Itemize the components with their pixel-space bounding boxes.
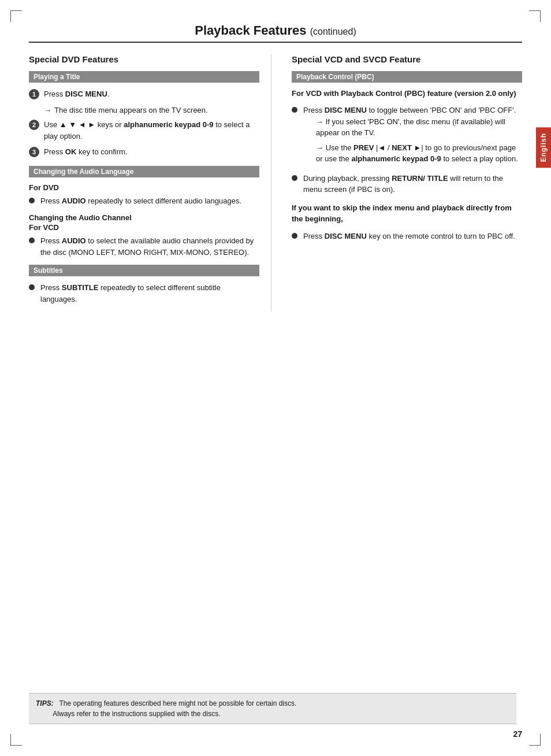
right-column: Special VCD and SVCD Feature Playback Co… [289, 54, 522, 312]
disc-menu-off-list: Press DISC MENU key on the remote contro… [292, 231, 522, 242]
title-text: Playback Features [195, 23, 306, 38]
subtitle-bullet: Press SUBTITLE repeatedly to select diff… [29, 282, 259, 305]
bullet-dot-r2 [292, 175, 297, 181]
step-3-text: Press OK key to confirm. [44, 146, 127, 158]
audio-lang-bar: Changing the Audio Language [29, 166, 259, 177]
right-section-heading: Special VCD and SVCD Feature [292, 54, 522, 64]
change-audio-block: Changing the Audio Channel For VCD [29, 213, 259, 232]
english-tab: English [536, 127, 551, 168]
pbc-bar: Playback Control (PBC) [292, 71, 522, 83]
page-title: Playback Features (continued) [29, 23, 522, 43]
left-column: Special DVD Features Playing a Title 1 P… [29, 54, 271, 312]
pbc-bullet-1-content: Press DISC MENU to toggle between 'PBC O… [303, 105, 522, 168]
pbc-return-text: During playback, pressing RETURN/ TITLE … [303, 173, 522, 195]
skip-heading: If you want to skip the index menu and p… [292, 202, 522, 225]
step-1-text: Press DISC MENU. [44, 88, 109, 100]
pbc-toggle-text: Press DISC MENU to toggle between 'PBC O… [303, 106, 516, 114]
vcd-audio-list: Press AUDIO to select the available audi… [29, 235, 259, 258]
bullet-dot-3 [29, 284, 35, 290]
step-1-number: 1 [29, 89, 39, 99]
pbc-bullet-2: During playback, pressing RETURN/ TITLE … [292, 173, 522, 195]
for-vcd-label: For VCD [29, 223, 259, 232]
corner-mark-br [529, 734, 541, 746]
subtitle-text: Press SUBTITLE repeatedly to select diff… [40, 282, 259, 305]
vcd-pbc-heading: For VCD with Playback Control (PBC) feat… [292, 88, 522, 99]
pbc-arrow-2: Use the PREV |◄ / NEXT ►| to go to previ… [316, 142, 522, 165]
left-section-heading: Special DVD Features [29, 54, 259, 64]
change-audio-heading: Changing the Audio Channel [29, 213, 259, 222]
page-number: 27 [513, 729, 522, 739]
tips-label: TIPS: [36, 699, 57, 707]
subtitles-bar: Subtitles [29, 265, 259, 276]
step-2-number: 2 [29, 120, 39, 130]
step-2-text: Use ▲ ▼ ◄ ► keys or alphanumeric keypad … [44, 119, 259, 142]
pbc-bullet-list: Press DISC MENU to toggle between 'PBC O… [292, 105, 522, 195]
bullet-dot-1 [29, 198, 35, 203]
step-1: 1 Press DISC MENU. [29, 88, 259, 100]
bullet-dot-r1 [292, 107, 297, 113]
page-content: Playback Features (continued) Special DV… [29, 23, 522, 312]
pbc-bullet-3: Press DISC MENU key on the remote contro… [292, 231, 522, 242]
corner-mark-bl [10, 734, 22, 746]
title-continued: (continued) [310, 27, 356, 36]
vcd-audio-bullet: Press AUDIO to select the available audi… [29, 235, 259, 258]
dvd-audio-bullet: Press AUDIO repeatedly to select differe… [29, 195, 259, 207]
pbc-bullet-1: Press DISC MENU to toggle between 'PBC O… [292, 105, 522, 168]
tips-text: The operating features described here mi… [36, 699, 296, 718]
corner-mark-tl [10, 10, 22, 22]
dvd-audio-text: Press AUDIO repeatedly to select differe… [40, 195, 241, 207]
step-1-arrow: The disc title menu appears on the TV sc… [44, 105, 259, 116]
bullet-dot-r3 [292, 233, 297, 239]
step-2: 2 Use ▲ ▼ ◄ ► keys or alphanumeric keypa… [29, 119, 259, 142]
bullet-dot-2 [29, 238, 35, 243]
pbc-off-text: Press DISC MENU key on the remote contro… [303, 231, 515, 242]
pbc-arrow-1: If you select 'PBC ON', the disc menu (i… [316, 116, 522, 139]
step-3: 3 Press OK key to confirm. [29, 146, 259, 158]
playing-title-list: 1 Press DISC MENU. The disc title menu a… [29, 88, 259, 158]
playing-title-bar: Playing a Title [29, 71, 259, 83]
step-3-number: 3 [29, 147, 39, 157]
vcd-audio-text: Press AUDIO to select the available audi… [40, 235, 259, 258]
tips-footer: TIPS: The operating features described h… [29, 693, 516, 724]
for-dvd-label: For DVD [29, 183, 259, 192]
corner-mark-tr [529, 10, 541, 22]
subtitle-list: Press SUBTITLE repeatedly to select diff… [29, 282, 259, 305]
dvd-audio-list: Press AUDIO repeatedly to select differe… [29, 195, 259, 207]
two-column-layout: Special DVD Features Playing a Title 1 P… [29, 54, 522, 312]
